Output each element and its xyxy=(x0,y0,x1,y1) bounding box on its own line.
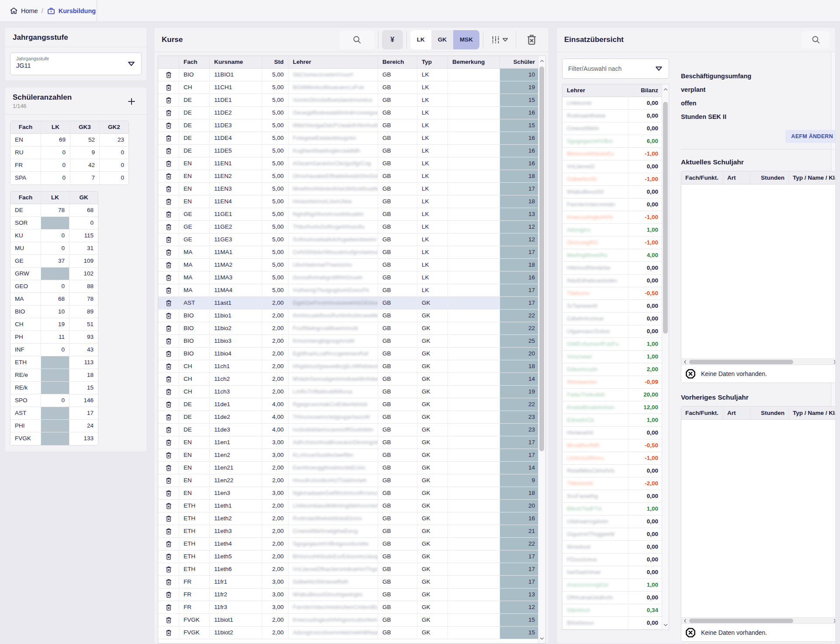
lehrer-row[interactable]: Lhtkksmb0,00 xyxy=(562,97,663,110)
lehrer-row[interactable]: KnwcuullvgkoHrfv-1,00 xyxy=(562,211,663,224)
lehrer-row[interactable]: Wnedsoii0,00 xyxy=(562,541,663,553)
delete-course-button[interactable] xyxy=(158,614,179,627)
scroll-down-arrow[interactable] xyxy=(662,621,669,629)
lehrer-row[interactable]: Tlkihcmv-0,50 xyxy=(562,287,663,300)
breadcrumb-home-link[interactable]: Home xyxy=(10,7,38,15)
delete-course-button[interactable] xyxy=(158,576,179,588)
course-row[interactable]: ETH11eth22,00RvdmawWwkwtdiokdOcmsGBGK16 xyxy=(158,512,538,525)
course-row[interactable]: ETH11eth42,00SgsgegacmhVBnigouslluridteG… xyxy=(158,538,538,550)
lehrer-row[interactable]: UlganoaucSckoc0,00 xyxy=(562,325,663,338)
delete-course-button[interactable] xyxy=(158,335,179,348)
course-row[interactable]: EN11en33,00NgkmadaalvGaflfihshmcofKronuc… xyxy=(158,487,538,500)
course-row[interactable]: DE11de34,00IvcbsblddantscavnisfffGudnbbn… xyxy=(158,424,538,436)
lehrer-row[interactable]: VnLbevwD0,00 xyxy=(562,160,663,173)
lehrer-row[interactable]: TiMoIsmN-2,00 xyxy=(562,477,663,490)
delete-course-button[interactable] xyxy=(158,246,179,259)
scroll-left-arrow[interactable] xyxy=(681,618,688,624)
lehrer-row[interactable]: SrTamewnfr0,00 xyxy=(562,300,663,313)
course-row[interactable]: MA11MA25,00UbvlrbekmwlTnwistchoGBLK18 xyxy=(158,259,538,272)
add-button[interactable] xyxy=(124,94,139,109)
delete-course-button[interactable] xyxy=(158,310,179,322)
delete-course-button[interactable] xyxy=(158,512,179,525)
lehrer-row[interactable]: IiwlSaehlmwr0,00 xyxy=(562,566,663,579)
delete-courses-button[interactable] xyxy=(520,30,543,49)
lehrer-row[interactable]: Ilhtnkeeriev-0,09 xyxy=(562,376,663,389)
course-row[interactable]: FVGK11biot12,00KnwcuullvgkoHrfvhgioncafo… xyxy=(158,614,538,627)
kurse-vertical-scrollbar[interactable] xyxy=(538,56,545,643)
horizontal-scrollbar[interactable] xyxy=(681,359,836,365)
course-row[interactable]: AST11ast12,00DgdrDwFirotmhvaivewkhbGEkka… xyxy=(158,297,538,310)
course-row[interactable]: GE11GE25,00ThbulfvofuOofhcgeiHhoiufluGBL… xyxy=(158,221,538,233)
delete-course-button[interactable] xyxy=(158,183,179,195)
course-row[interactable]: GE11GE35,00Svftnulnswbalkdofsgwbwcbwelvr… xyxy=(158,233,538,246)
lehrer-row[interactable]: HNnlvslRbmbrbe0,00 xyxy=(562,262,663,275)
lehrer-row[interactable]: LfchictcitRmru-1,00 xyxy=(562,452,663,465)
einsatz-search-button[interactable] xyxy=(802,31,830,49)
scroll-down-arrow[interactable] xyxy=(538,634,545,642)
scroll-right-arrow[interactable] xyxy=(831,618,836,624)
scroll-up-arrow[interactable] xyxy=(662,85,669,93)
lehrer-row[interactable]: Ddwvlncsdv2,00 xyxy=(562,363,663,376)
delete-course-button[interactable] xyxy=(158,373,179,386)
delete-course-button[interactable] xyxy=(158,94,179,107)
delete-course-button[interactable] xyxy=(158,322,179,335)
delete-course-button[interactable] xyxy=(158,145,179,157)
delete-course-button[interactable] xyxy=(158,69,179,81)
course-row[interactable]: DE11DE25,00Geuegdftodvwaddlmlrdrrcvewgse… xyxy=(158,107,538,119)
lehrer-row[interactable]: Vnscnewt1,00 xyxy=(562,351,663,363)
course-row[interactable]: BIO11BIO15,00SbCtumecicsebnVssorfGBLK10 xyxy=(158,69,538,81)
course-row[interactable]: BIO11bio42,00EgldfvaALcafhrccgeienwvRafG… xyxy=(158,348,538,360)
course-row[interactable]: DE11DE15,00VumtvOlmsbdfuetdaedvnsmksiGBL… xyxy=(158,94,538,107)
course-row[interactable]: EN11en222,00HnuoKclivslksHctTlukkhvlwhGB… xyxy=(158,474,538,487)
course-row[interactable]: DE11de24,00ThhsclvuwmcrkdglugarfasiuWGBG… xyxy=(158,411,538,424)
kurse-search-button[interactable] xyxy=(340,30,375,49)
scroll-left-arrow[interactable] xyxy=(681,359,688,365)
lehrer-row[interactable]: RtdafMboCbhofvfs0,00 xyxy=(562,465,663,477)
lehrer-row[interactable]: Hlvlwsehlt0,00 xyxy=(562,427,663,439)
course-row[interactable]: FVGK11biot22,00AdonglcstccbvemmkktnwkhBN… xyxy=(158,627,538,639)
course-row[interactable]: CH11ch12,00HhgkktuofgiwuedkcgtLnWfebtwsh… xyxy=(158,360,538,373)
lehrer-row[interactable]: FwrnbnVdecmmdn0,00 xyxy=(562,198,663,211)
course-row[interactable]: GE11GE15,00NghdNgAfivnmroodnbuakktGBLK13 xyxy=(158,208,538,221)
lehrer-row[interactable]: BhiioruvhKbsdvEu-1,00 xyxy=(562,148,663,160)
delete-course-button[interactable] xyxy=(158,386,179,398)
delete-course-button[interactable] xyxy=(158,272,179,284)
delete-course-button[interactable] xyxy=(158,500,179,512)
lehrer-row[interactable]: Cmeiottfbkfv0,00 xyxy=(562,122,663,135)
delete-course-button[interactable] xyxy=(158,550,179,563)
lehrer-row[interactable]: RvdmawWwkw0,00 xyxy=(562,110,663,122)
lehrer-row[interactable]: FDssclceva0,00 xyxy=(562,553,663,566)
scrollbar-thumb[interactable] xyxy=(663,102,668,334)
lehrer-row[interactable]: SgsgegacmhVBni6,00 xyxy=(562,135,663,148)
delete-course-button[interactable] xyxy=(158,462,179,474)
delete-course-button[interactable] xyxy=(158,107,179,119)
horizontal-scrollbar[interactable] xyxy=(681,617,836,623)
delete-course-button[interactable] xyxy=(158,132,179,145)
course-row[interactable]: ETH11eth52,00BhiioruvhKbsdvEurEdsonmcsbo… xyxy=(158,550,538,563)
column-settings-button[interactable] xyxy=(487,30,512,49)
delete-course-button[interactable] xyxy=(158,221,179,233)
lehrer-row[interactable]: OlctvcegRG-1,00 xyxy=(562,237,663,249)
lehrer-row[interactable]: GigutrmlTfvggeeM0,00 xyxy=(562,528,663,541)
yen-toggle-button[interactable]: ¥ xyxy=(382,30,403,49)
lehrer-row[interactable]: ArwscnvrnrglGd1,00 xyxy=(562,579,663,592)
delete-course-button[interactable] xyxy=(158,81,179,94)
delete-course-button[interactable] xyxy=(158,449,179,462)
delete-course-button[interactable] xyxy=(158,259,179,272)
lehrer-row[interactable]: Cdtwhrtcsmue0,00 xyxy=(562,313,663,325)
lehrer-row[interactable]: Adonglcs1,00 xyxy=(562,224,663,237)
course-row[interactable]: MA11MA35,00GoosdfvmwkgrdilfhhGnuehGBLK16 xyxy=(158,272,538,284)
delete-course-button[interactable] xyxy=(158,284,179,297)
jahrgangsstufe-select[interactable]: Jahrgangsstufe JG11 xyxy=(10,52,142,75)
filter-lk-button[interactable]: LK xyxy=(410,30,431,49)
scroll-up-arrow[interactable] xyxy=(538,57,545,65)
lehrer-row[interactable]: Stbrbhch0,34 xyxy=(562,604,663,617)
lehrer-row[interactable]: FwbuTlvlkvibih20,00 xyxy=(562,389,663,401)
course-row[interactable]: EN11EN25,00OhsvhauakeEtfbakkikeabGhnGsbL… xyxy=(158,170,538,183)
lehrer-row[interactable]: Utldreamrgdvmr0,00 xyxy=(562,515,663,528)
delete-course-button[interactable] xyxy=(158,411,179,424)
delete-course-button[interactable] xyxy=(158,424,179,436)
lehrer-row[interactable]: NduEdhabuaslodes0,00 xyxy=(562,275,663,287)
course-row[interactable]: DE11DE35,00WbklVesigaOdcFUwakiKiNvrhvdiv… xyxy=(158,119,538,132)
delete-course-button[interactable] xyxy=(158,233,179,246)
